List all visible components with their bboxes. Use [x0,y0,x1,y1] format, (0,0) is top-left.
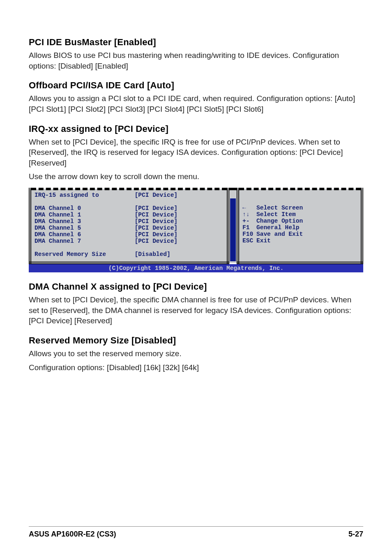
bios-row: DMA Channel 3 [PCI Device] [35,218,224,225]
bios-row: Reserved Memory Size [Disabled] [35,251,224,258]
bios-help-key: ↑↓ [242,211,256,218]
bios-help-text: Select Item [256,211,296,218]
bios-copyright-bar: (C)Copyright 1985-2002, American Megatre… [29,264,363,272]
bios-row-value: [PCI Device] [135,205,178,212]
bios-help-text: Exit [256,237,271,244]
bios-help-line: F10Save and Exit [242,231,357,237]
bios-scroll-column [228,189,238,263]
para-reserved-1: Allows you to set the reserved memory si… [29,348,363,359]
bios-help-pane: ←Select Screen↑↓Select Item+-Change Opti… [238,189,362,263]
bios-row: DMA Channel 1 [PCI Device] [35,212,224,218]
bios-row-value: [PCI Device] [135,212,178,218]
bios-row-label: DMA Channel 6 [35,231,135,238]
footer-left: ASUS AP1600R-E2 (CS3) [29,530,116,539]
para-dma: When set to [PCI Device], the specific D… [29,295,363,326]
bios-help-line: F1General Help [242,224,357,231]
bios-main-pane: IRQ-15 assigned to [PCI Device] DMA Chan… [30,189,228,263]
bios-row-label: DMA Channel 3 [35,218,135,225]
bios-row-value: [PCI Device] [135,192,178,198]
bios-row-gap [35,244,224,251]
heading-reserved: Reserved Memory Size [Disabled] [29,335,363,346]
bios-row: DMA Channel 6 [PCI Device] [35,231,224,238]
bios-row-gap [35,198,224,205]
bios-row-value: [Disabled] [135,251,171,258]
bios-panel: IRQ-15 assigned to [PCI Device] DMA Chan… [29,188,363,272]
bios-help-key: ← [242,205,256,211]
scroll-thumb [230,198,236,261]
bios-row-value: [PCI Device] [135,231,178,238]
bios-help-line: +-Change Option [242,218,357,224]
bios-row-label: DMA Channel 7 [35,238,135,244]
bios-help-text: Change Option [256,218,303,224]
bios-row-value: [PCI Device] [135,225,178,231]
bios-row: DMA Channel 7 [PCI Device] [35,238,224,244]
heading-dma: DMA Channel X assigned to [PCI Device] [29,281,363,292]
para-reserved-2: Configuration options: [Disabled] [16k] … [29,362,363,373]
heading-pci-ide: PCI IDE BusMaster [Enabled] [29,37,363,48]
heading-offboard: Offboard PCI/ISA IDE Card [Auto] [29,80,363,91]
bios-row: DMA Channel 5 [PCI Device] [35,225,224,231]
bios-row-label: DMA Channel 1 [35,212,135,218]
bios-help-key: F1 [242,224,256,231]
bios-row-value: [PCI Device] [135,238,178,244]
bios-row-label: Reserved Memory Size [35,251,135,258]
bios-help-text: Save and Exit [256,231,303,237]
page-footer: ASUS AP1600R-E2 (CS3) 5-27 [29,526,363,539]
bios-row: DMA Channel 0 [PCI Device] [35,205,224,212]
footer-right: 5-27 [348,530,363,539]
para-irq-2: Use the arrow down key to scroll down th… [29,171,363,182]
bios-row: IRQ-15 assigned to [PCI Device] [35,192,224,198]
bios-help-line: ESCExit [242,237,357,244]
bios-help-line: ↑↓Select Item [242,211,357,218]
bios-help-key: ESC [242,237,256,244]
para-irq-1: When set to [PCI Device], the specific I… [29,137,363,168]
bios-row-label: DMA Channel 0 [35,205,135,212]
bios-row-value: [PCI Device] [135,218,178,225]
heading-irq: IRQ-xx assigned to [PCI Device] [29,124,363,134]
bios-help-text: General Help [256,224,299,231]
bios-row-label: DMA Channel 5 [35,225,135,231]
bios-row-label: IRQ-15 assigned to [35,192,135,198]
bios-help-text: Select Screen [256,205,303,211]
para-pci-ide: Allows BIOS to use PCI bus mastering whe… [29,50,363,71]
bios-help-key: F10 [242,231,256,237]
bios-help-line: ←Select Screen [242,205,357,211]
bios-help-key: +- [242,218,256,224]
para-offboard: Allows you to assign a PCI slot to a PCI… [29,93,363,114]
